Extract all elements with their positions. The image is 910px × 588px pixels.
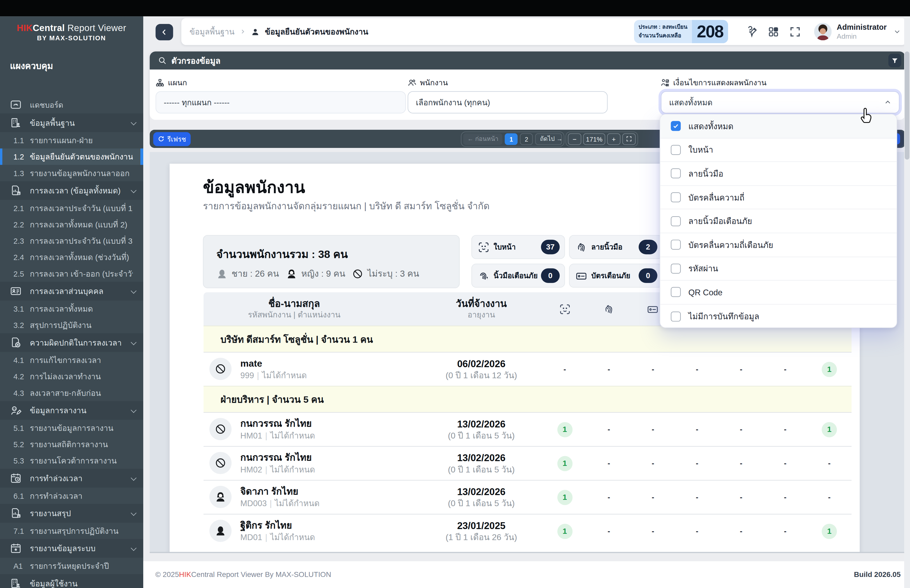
sidebar-item[interactable]: ความผิดปกติในการลงเวลา — [0, 333, 143, 352]
dropdown-option[interactable]: ไม่มีการบันทึกข้อมูล — [660, 305, 897, 328]
sidebar-item[interactable]: 5.2 รายงานสถิติการลางาน — [0, 436, 143, 452]
avatar[interactable] — [814, 23, 832, 40]
sidebar-item-label: การลงเวลา เข้า-ออก (ประจำวัน) — [30, 267, 133, 280]
sidebar-item[interactable]: 5.1 รายงานข้อมูลการลางาน — [0, 420, 143, 436]
sidebar-item[interactable]: 5.3 รายงานโควต้าการลางาน — [0, 452, 143, 469]
zoom-out-button[interactable]: − — [568, 133, 581, 144]
tenure: (0 ปี 1 เดือน 5 วัน) — [420, 430, 543, 441]
sidebar-item[interactable]: รายงานสรุป — [0, 504, 143, 523]
apps-grid-icon[interactable] — [767, 26, 780, 38]
checkbox[interactable] — [671, 216, 681, 226]
next-page-button[interactable]: ถัดไป → — [535, 133, 562, 144]
sidebar-item[interactable]: 3.2 สรุปการปฏิบัติงาน — [0, 317, 143, 333]
sidebar-item[interactable]: แดชบอร์ด — [0, 96, 143, 113]
dropdown-option[interactable]: ลายนิ้วมือเตือนภัย — [660, 210, 897, 233]
sidebar-item[interactable]: การทำล่วงเวลา — [0, 469, 143, 488]
scrollbar[interactable] — [904, 16, 910, 588]
dropdown-option[interactable]: รหัสผ่าน — [660, 257, 897, 281]
checkbox[interactable] — [671, 121, 681, 131]
back-button[interactable] — [155, 24, 173, 40]
user-info[interactable]: Administrator Admin — [837, 23, 887, 40]
scrollbar-thumb[interactable] — [905, 51, 910, 160]
sidebar-item-label: การทำล่วงเวลา — [30, 472, 133, 485]
sidebar-item[interactable]: 2.3 การลงเวลาประจำวัน (แบบที่ 3) — [0, 233, 143, 249]
sidebar-item[interactable]: 4.1 การแก้ไขการลงเวลา — [0, 352, 143, 368]
table-row[interactable]: กนกวรรณ รักไทย HM01|ไม่ได้กำหนด 13/02/20… — [204, 412, 852, 446]
group-header-row: ฝ่ายบริหาร | จำนวน 5 คน — [204, 386, 852, 412]
sidebar-item[interactable]: ข้อมูลพื้นฐาน — [0, 113, 143, 132]
sidebar-item[interactable]: 1.2 ข้อมูลยืนยันตัวตนของพนักงาน — [0, 149, 143, 165]
employee-code: 999 — [241, 371, 254, 380]
sidebar-item[interactable]: 2.1 การลงเวลาประจำวัน (แบบที่ 1) — [0, 200, 143, 216]
sidebar-item-label: รายการแผนก-ฝ่าย — [30, 134, 133, 147]
table-row[interactable]: mate 999|ไม่ได้กำหนด 06/02/2026 (0 ปี 1 … — [204, 352, 852, 386]
sidebar-item[interactable]: 1.1 รายการแผนก-ฝ่าย — [0, 132, 143, 149]
hire-date: 13/02/2026 — [420, 417, 543, 430]
checkbox[interactable] — [671, 240, 681, 250]
field-label-employee: พนักงาน — [407, 77, 448, 89]
checkbox[interactable] — [671, 311, 681, 321]
pen-question-icon[interactable] — [745, 26, 758, 38]
checkbox[interactable] — [671, 192, 681, 202]
credential-badge: ลายนิ้วมือ 2 — [569, 235, 663, 259]
sidebar-item[interactable]: 6.1 การทำล่วงเวลา — [0, 488, 143, 504]
sidebar-item[interactable]: 2.4 การลงเวลาทั้งหมด (ช่วงวันที่) — [0, 249, 143, 265]
dropdown-option[interactable]: บัตรคลื่นความถี่เตือนภัย — [660, 233, 897, 257]
dropdown-option[interactable]: บัตรคลื่นความถี่ — [660, 186, 897, 210]
gender-icon — [352, 268, 364, 279]
chevron-down-icon[interactable] — [894, 28, 901, 35]
refresh-button[interactable]: รีเฟรช — [153, 132, 191, 146]
sidebar-item[interactable]: 7.1 รายงานสรุปการปฏิบัติงาน — [0, 523, 143, 539]
sidebar-item[interactable]: 4.2 การไม่ลงเวลาทำงาน — [0, 368, 143, 384]
department-select[interactable]: ------ ทุกแผนก ------ — [156, 91, 406, 113]
cell-value: - — [740, 365, 742, 373]
people-icon — [407, 78, 416, 87]
filter-toggle-button[interactable] — [888, 54, 901, 67]
table-row[interactable]: กนกวรรณ รักไทย HM02|ไม่ได้กำหนด 13/02/20… — [204, 446, 852, 480]
checkbox[interactable] — [671, 169, 681, 179]
sidebar-item[interactable]: ข้อมูลผู้ใช้งาน — [0, 574, 143, 588]
checkbox[interactable] — [671, 288, 681, 297]
chevron-down-icon — [131, 478, 136, 483]
sidebar-item-code: 3.1 — [13, 304, 30, 313]
checkbox[interactable] — [671, 263, 681, 273]
count-pill: 0 — [541, 268, 560, 283]
sidebar-item[interactable]: A1 รายการวันหยุดประจำปี — [0, 558, 143, 574]
dropdown-option[interactable]: ใบหน้า — [660, 138, 897, 162]
mouse-cursor — [858, 108, 873, 125]
cell-value: - — [828, 493, 831, 501]
employee-code: MD01 — [241, 533, 262, 542]
dropdown-option[interactable]: QR Code — [660, 281, 897, 304]
sidebar-item[interactable]: การลงเวลา (ข้อมูลทั้งหมด) — [0, 181, 143, 200]
sidebar-item[interactable]: การลงเวลาส่วนบุคคล — [0, 282, 143, 300]
sidebar-item[interactable]: 1.3 รายงานข้อมูลพนักงานลาออก — [0, 165, 143, 181]
sidebar-item-label: การลงเวลาประจำวัน (แบบที่ 3) — [30, 234, 133, 247]
sidebar-item[interactable]: รายงานข้อมูลระบบ — [0, 539, 143, 558]
gender-stat: หญิง : 9 คน — [286, 267, 345, 281]
sidebar-item[interactable]: 4.3 ลงเวลาสาย-กลับก่อน — [0, 384, 143, 401]
prev-page-button[interactable]: ← ก่อนหน้า — [463, 133, 503, 144]
sidebar-item[interactable]: 2.5 การลงเวลา เข้า-ออก (ประจำวัน) — [0, 265, 143, 282]
fullscreen-icon[interactable] — [789, 26, 801, 38]
sidebar-item[interactable]: ข้อมูลการลางาน — [0, 401, 143, 420]
row-avatar — [209, 520, 231, 542]
zoom-in-button[interactable]: + — [607, 133, 621, 144]
table-group: ฝ่ายบริหาร | จำนวน 5 คน กนกวรรณ รักไทย — [204, 386, 852, 548]
chevron-down-icon — [131, 513, 136, 518]
checkbox[interactable] — [671, 145, 681, 155]
logo-by: BY MAX-SOLUTION — [0, 35, 143, 43]
dropdown-option[interactable]: ลายนิ้วมือ — [660, 162, 897, 186]
sidebar-item-code: 1.1 — [13, 136, 30, 144]
sidebar-item[interactable]: 2.2 การลงเวลาทั้งหมด (แบบที่ 2) — [0, 216, 143, 233]
page-1-button[interactable]: 1 — [505, 133, 518, 144]
breadcrumb-parent[interactable]: ข้อมูลพื้นฐาน — [189, 25, 234, 38]
table-row[interactable]: ฐิติกร รักไทย MD01|ไม่ได้กำหนด 23/01/202… — [204, 514, 852, 548]
sidebar-item-icon — [10, 577, 22, 588]
table-row[interactable]: จิดาภา รักไทย MD003|ไม่ได้กำหนด 13/02/20… — [204, 480, 852, 514]
sidebar-item-label: ข้อมูลพื้นฐาน — [30, 116, 133, 129]
user-role: Admin — [837, 32, 887, 40]
employee-select[interactable]: เลือกพนักงาน (ทุกคน) — [407, 91, 608, 113]
fit-screen-button[interactable] — [622, 133, 636, 144]
page-2-button[interactable]: 2 — [520, 133, 533, 144]
sidebar-item[interactable]: 3.1 การลงเวลาทั้งหมด — [0, 300, 143, 317]
